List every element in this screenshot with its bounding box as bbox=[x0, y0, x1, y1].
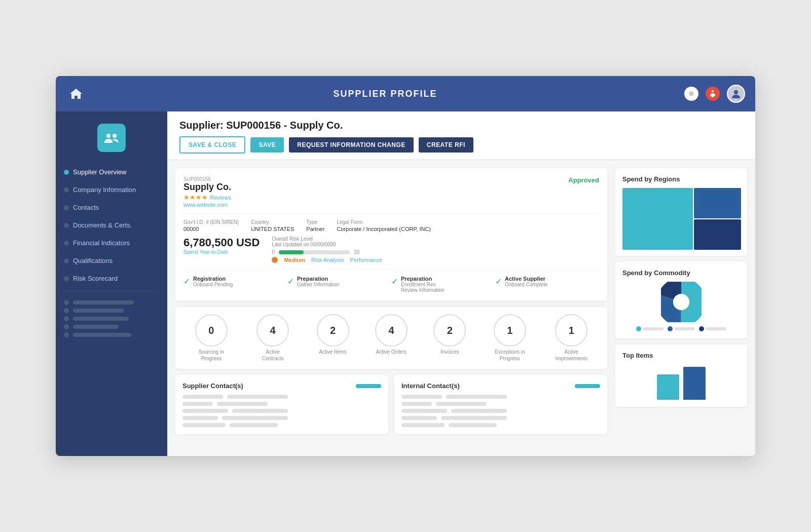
metric-circle-contracts: 4 bbox=[256, 314, 289, 347]
metric-contracts[interactable]: 4 Active Contracts bbox=[255, 314, 290, 362]
legend-item-2 bbox=[668, 326, 695, 331]
legal-form-label: Legal Form bbox=[337, 219, 431, 225]
type-label: Type bbox=[306, 219, 324, 225]
sidebar-item-documents[interactable]: Documents & Certs. bbox=[56, 216, 167, 234]
top-bar-icons bbox=[684, 85, 745, 103]
sidebar: Supplier Overview Company Information Co… bbox=[56, 111, 167, 456]
spend-regions-treemap bbox=[622, 188, 740, 249]
risk-medium-dot bbox=[272, 257, 278, 263]
supplier-card: SUP000156 Supply Co. ★★★★ Reviews www.we… bbox=[175, 168, 607, 301]
pie-legend bbox=[636, 326, 726, 331]
spend-row: 6,780,500 USD Spend Year-to-Date Overall… bbox=[183, 236, 599, 263]
step-check-icon: ✓ bbox=[391, 277, 398, 286]
create-rfi-button[interactable]: CREATE RFI bbox=[419, 137, 473, 153]
gov-id-field: Gov't I.D. # (EIN SIREN) 00000 bbox=[183, 219, 239, 232]
supplier-contacts-lines bbox=[182, 395, 381, 427]
sidebar-item-risk-scorecard[interactable]: Risk Scorecard bbox=[56, 270, 167, 287]
gov-id-label: Gov't I.D. # (EIN SIREN) bbox=[183, 219, 239, 225]
notification-icon[interactable] bbox=[706, 87, 720, 101]
nav-dot bbox=[64, 258, 69, 263]
metric-label-contracts: Active Contracts bbox=[255, 349, 290, 362]
supplier-card-header: SUP000156 Supply Co. ★★★★ Reviews www.we… bbox=[183, 176, 599, 208]
sidebar-item-contacts[interactable]: Contacts bbox=[56, 199, 167, 216]
supplier-website[interactable]: www.website.com bbox=[183, 202, 231, 208]
sidebar-item-supplier-overview[interactable]: Supplier Overview bbox=[56, 163, 167, 181]
spend-label[interactable]: Spend Year-to-Date bbox=[183, 249, 260, 255]
metric-circle-items: 2 bbox=[317, 314, 349, 347]
supplier-contacts-badge bbox=[356, 384, 381, 388]
step-title-1: Preparation bbox=[297, 276, 339, 282]
sidebar-item-qualifications[interactable]: Qualifications bbox=[56, 252, 167, 270]
step-preparation1: ✓ Preparation Gather Information bbox=[287, 276, 391, 293]
legend-dot-2 bbox=[668, 326, 673, 331]
metric-circle-improvements: 1 bbox=[555, 314, 587, 347]
right-panel: Spend by Regions Spend by Commodity bbox=[615, 168, 747, 448]
status-dot[interactable] bbox=[684, 87, 698, 101]
metric-circle-sourcing: 0 bbox=[195, 314, 228, 347]
internal-contacts-badge bbox=[575, 384, 600, 388]
legend-dot-3 bbox=[699, 326, 704, 331]
sidebar-icon-box[interactable] bbox=[97, 124, 126, 152]
metric-label-orders: Active Orders bbox=[376, 349, 407, 355]
sidebar-item-company-information[interactable]: Company Information bbox=[56, 181, 167, 199]
metric-sourcing[interactable]: 0 Sourcing in Progress bbox=[194, 314, 229, 362]
svg-rect-2 bbox=[712, 96, 714, 97]
risk-section: Overall Risk Level Last Updated on 00/00… bbox=[272, 236, 599, 263]
supplier-id: SUP000156 bbox=[183, 176, 231, 182]
spend-by-regions-title: Spend by Regions bbox=[622, 175, 740, 183]
internal-contacts-card: Internal Contact(s) bbox=[394, 375, 607, 434]
supplier-contacts-title: Supplier Contact(s) bbox=[182, 382, 243, 390]
svg-marker-0 bbox=[70, 89, 82, 99]
risk-bar-fill bbox=[279, 250, 304, 254]
bar-1 bbox=[657, 374, 679, 400]
type-value: Partner bbox=[306, 226, 324, 232]
supplier-reviews[interactable]: Reviews bbox=[210, 195, 231, 201]
metric-circle-orders: 4 bbox=[375, 314, 408, 347]
step-title-2: Preparation bbox=[401, 276, 445, 282]
sidebar-nav: Supplier Overview Company Information Co… bbox=[56, 163, 167, 287]
spend-by-regions-card: Spend by Regions bbox=[615, 168, 747, 256]
performance-link[interactable]: Performance bbox=[350, 257, 382, 263]
step-registration: ✓ Registration Onboard Pending bbox=[183, 276, 287, 293]
spend-by-commodity-card: Spend by Commodity bbox=[615, 262, 747, 338]
step-check-icon: ✓ bbox=[495, 277, 502, 286]
treemap-cell-2 bbox=[694, 188, 741, 218]
supplier-status: Approved bbox=[568, 176, 599, 184]
risk-bar-row: 0 10 bbox=[272, 249, 599, 255]
legal-form-value: Corporate / Incorporated (CORP, INC) bbox=[337, 226, 431, 232]
content-area: Supplier: SUP000156 - Supply Co. SAVE & … bbox=[167, 111, 755, 456]
user-avatar[interactable] bbox=[727, 85, 745, 103]
request-info-button[interactable]: REQUEST INFORMATION CHANGE bbox=[289, 137, 413, 153]
metric-items[interactable]: 2 Active Items bbox=[317, 314, 349, 362]
metric-exceptions[interactable]: 1 Exceptions in Progress bbox=[492, 314, 528, 362]
metric-improvements[interactable]: 1 Active Improvements bbox=[554, 314, 589, 362]
nav-dot bbox=[64, 187, 69, 193]
risk-analysis-link[interactable]: Risk Analysis bbox=[311, 257, 344, 263]
bar-2 bbox=[683, 367, 706, 400]
type-field: Type Partner bbox=[306, 219, 324, 232]
steps-row: ✓ Registration Onboard Pending ✓ Prepara… bbox=[183, 269, 599, 293]
country-label: Country bbox=[251, 219, 294, 225]
sidebar-divider bbox=[64, 291, 159, 292]
pie-chart-svg bbox=[661, 282, 702, 322]
metric-label-sourcing: Sourcing in Progress bbox=[194, 349, 229, 362]
sidebar-item-financial[interactable]: Financial Indicators bbox=[56, 234, 167, 252]
legend-dot-1 bbox=[636, 326, 641, 331]
page-header-title: SUPPLIER PROFILE bbox=[86, 89, 684, 99]
supplier-info-row: Gov't I.D. # (EIN SIREN) 00000 Country U… bbox=[183, 214, 599, 232]
risk-medium-label: Medium bbox=[284, 257, 305, 263]
step-sub-1: Gather Information bbox=[297, 282, 339, 287]
metric-invoices[interactable]: 2 Invoices bbox=[433, 314, 466, 362]
svg-point-3 bbox=[734, 90, 738, 94]
metric-circle-exceptions: 1 bbox=[494, 314, 526, 347]
legend-item-1 bbox=[636, 326, 663, 331]
metric-orders[interactable]: 4 Active Orders bbox=[375, 314, 408, 362]
save-close-button[interactable]: SAVE & CLOSE bbox=[179, 136, 245, 154]
save-button[interactable]: SAVE bbox=[250, 137, 284, 153]
step-check-icon: ✓ bbox=[287, 277, 294, 286]
left-panel: SUP000156 Supply Co. ★★★★ Reviews www.we… bbox=[175, 168, 607, 448]
spend-amount: 6,780,500 USD bbox=[183, 236, 260, 249]
step-sub-0: Onboard Pending bbox=[193, 282, 233, 287]
step-active-supplier: ✓ Active Supplier Onboard Complete bbox=[495, 276, 599, 293]
risk-badges: Medium Risk Analysis Performance bbox=[272, 257, 599, 263]
